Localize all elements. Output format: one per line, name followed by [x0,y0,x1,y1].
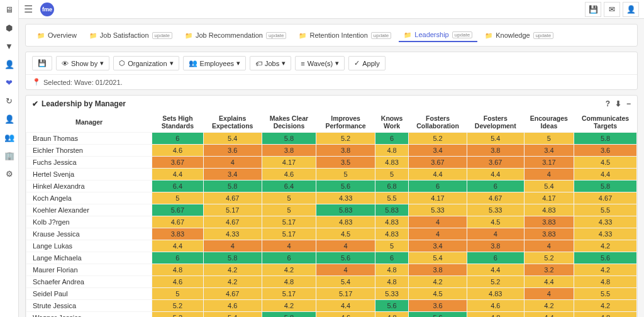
save-button[interactable]: 💾 [32,56,52,70]
building-icon[interactable]: 🏢 [4,151,14,160]
download-icon[interactable]: ⬇ [615,99,621,108]
col-header[interactable]: Sets High Standards [152,112,204,133]
score-cell: 4 [316,264,375,276]
score-cell: 4 [409,216,467,228]
users-icon[interactable]: 👥 [4,133,14,142]
magnet-icon[interactable]: ⬢ [6,23,13,33]
col-header[interactable]: Communicates Targets [574,112,637,133]
col-header[interactable]: Manager [26,112,152,133]
manager-name: Seidel Paul [26,288,152,300]
score-cell: 4 [524,288,574,300]
waves-button[interactable]: ≡ Wave(s) ▾ [295,56,345,70]
score-cell: 4.4 [524,276,574,288]
score-cell: 4.4 [409,169,467,181]
score-cell: 4.2 [262,264,316,276]
score-cell: 4.8 [574,312,637,318]
tab-label: Leadership [414,31,448,38]
score-cell: 5.8 [203,181,262,192]
score-cell: 4.8 [375,264,408,276]
score-cell: 4.8 [467,312,524,318]
score-cell: 4.33 [574,228,637,240]
tab-knowledge[interactable]: 📁Knowledgeupdate [480,29,558,42]
monitor-icon[interactable]: 🖥 [5,5,13,14]
score-cell: 4.6 [203,300,262,312]
score-cell: 4.4 [574,169,637,181]
col-header[interactable]: Fosters Development [467,112,524,133]
score-cell: 6 [375,133,408,145]
score-cell: 5.8 [262,133,316,145]
settings-icon[interactable]: ⚙ [6,169,13,179]
score-cell: 4.83 [375,157,408,169]
table-row: Schaefer Andrea4.64.24.85.44.84.25.24.44… [26,276,637,288]
jobs-button[interactable]: 🏷 Jobs ▾ [250,56,291,70]
save-icon[interactable]: 💾 [585,2,601,17]
filter-icon[interactable]: ▼ [5,42,13,51]
score-cell: 4.8 [375,276,408,288]
col-header[interactable]: Fosters Collaboration [409,112,467,133]
score-cell: 4.83 [316,216,375,228]
selection-info: 📍 Selected: Wave: 01/2021. [26,75,637,89]
collapse-icon[interactable]: − [626,99,631,108]
score-cell: 4 [203,240,262,252]
organization-button[interactable]: ⬡ Organization ▾ [113,56,179,70]
tab-retention-intention[interactable]: 📁Retention Intentionupdate [294,29,396,42]
tab-job-recommendation[interactable]: 📁Job Recommendationupdate [180,29,291,42]
tabs-panel: 📁Overview📁Job Satisfactionupdate📁Job Rec… [25,24,638,47]
help-icon[interactable]: ? [606,99,610,108]
manager-name: Koehler Alexander [26,204,152,216]
score-cell: 4.8 [152,264,204,276]
score-cell: 5.6 [316,181,375,192]
score-cell: 3.4 [203,169,262,181]
score-cell: 5.4 [203,133,262,145]
score-cell: 5.33 [467,204,524,216]
score-cell: 5 [316,169,375,181]
profile-icon[interactable]: 👤 [623,2,639,17]
manager-name: Kolb J?rgen [26,216,152,228]
score-cell: 4.5 [574,157,637,169]
col-header[interactable]: Makes Clear Decisions [262,112,316,133]
employees-button[interactable]: 👥 Employees ▾ [183,56,246,70]
heart-icon[interactable]: ❤ [6,78,13,87]
score-cell: 4.33 [316,192,375,204]
mail-icon[interactable]: ✉ [604,2,620,17]
score-cell: 4.2 [262,300,316,312]
score-cell: 4.6 [316,312,375,318]
score-cell: 4 [203,157,262,169]
col-header[interactable]: Improves Performance [316,112,375,133]
tab-leadership[interactable]: 📁Leadershipupdate [399,28,477,42]
tab-label: Retention Intention [309,31,367,39]
table-row: Strute Jessica5.24.64.24.45.63.64.64.24.… [26,300,637,312]
col-header[interactable]: Explains Expectations [203,112,262,133]
score-cell: 5 [375,169,408,181]
showby-button[interactable]: 👁 Show by ▾ [56,56,109,70]
col-header[interactable]: Knows Work [375,112,408,133]
tab-overview[interactable]: 📁Overview [32,29,82,42]
brand-logo: fme [40,3,54,16]
manager-name: Wagner Jessica [26,312,152,318]
score-cell: 6 [262,252,316,264]
table-row: Kolb J?rgen4.674.675.174.834.8344.53.834… [26,216,637,228]
table-row: Koch Angela54.6754.335.54.174.674.174.67 [26,192,637,204]
score-cell: 6 [467,252,524,264]
score-cell: 3.8 [467,240,524,252]
user-icon[interactable]: 👤 [4,114,14,124]
score-cell: 5.5 [574,204,637,216]
user-plus-icon[interactable]: 👤 [4,60,14,69]
score-cell: 4.8 [375,145,408,157]
menu-icon[interactable]: ☰ [24,3,33,15]
tab-badge: update [533,32,553,39]
score-cell: 4.5 [409,288,467,300]
apply-button[interactable]: ✓ Apply [348,56,386,70]
manager-name: Krause Jessica [26,228,152,240]
refresh-icon[interactable]: ↻ [6,96,13,106]
folder-icon: 📁 [89,32,97,39]
filter-panel: 💾 👁 Show by ▾ ⬡ Organization ▾ 👥 Employe… [25,52,638,90]
tab-badge: update [452,31,472,38]
tab-label: Job Recommendation [196,31,263,39]
col-header[interactable]: Encourages Ideas [524,112,574,133]
tab-job-satisfaction[interactable]: 📁Job Satisfactionupdate [84,29,177,42]
score-cell: 4.67 [203,192,262,204]
table-row: Hertel Svenja4.43.44.6554.44.444.4 [26,169,637,181]
score-cell: 4.83 [375,228,408,240]
manager-name: Strute Jessica [26,300,152,312]
